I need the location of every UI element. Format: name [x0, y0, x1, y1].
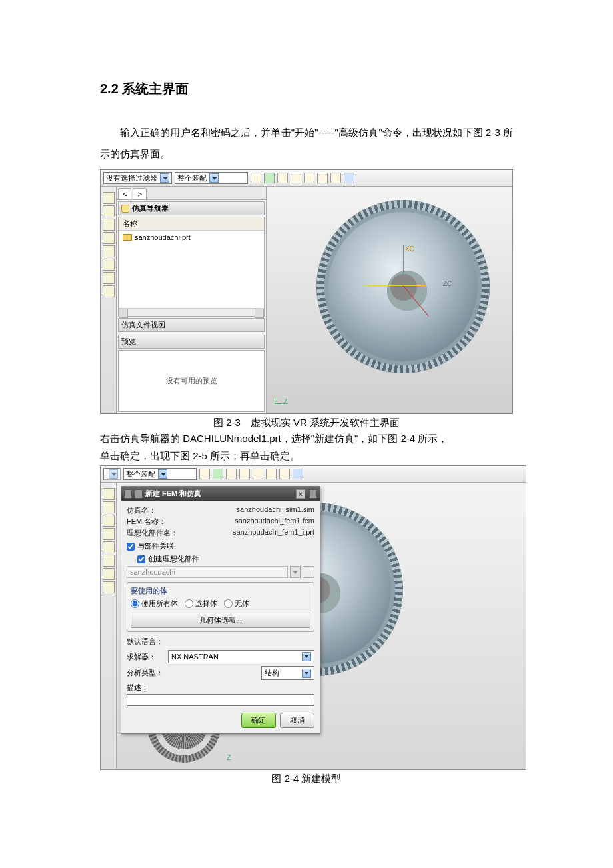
- tool-icon[interactable]: [103, 501, 115, 513]
- shape-icon[interactable]: [304, 173, 314, 183]
- undo-icon[interactable]: [277, 173, 288, 183]
- refresh-icon[interactable]: [199, 469, 210, 479]
- cancel-button[interactable]: 取消: [280, 713, 314, 728]
- filter-combo-text: 没有选择过滤器: [106, 173, 157, 183]
- undo-icon[interactable]: [226, 469, 237, 479]
- preview-header[interactable]: 预览: [118, 335, 265, 349]
- dropdown-icon: [302, 669, 311, 678]
- tool-icon[interactable]: [103, 581, 115, 593]
- section-heading: 2.2 系统主界面: [100, 80, 513, 98]
- dialog-content: 仿真名：sanzhoudachi_sim1.sim FEM 名称：sanzhou…: [121, 501, 320, 733]
- forward-icon[interactable]: [135, 489, 143, 499]
- assoc-part-label: 与部件关联: [137, 541, 174, 551]
- navigator-tree: 名称 sanzhoudachi.prt: [118, 217, 265, 317]
- redo-icon[interactable]: [291, 173, 301, 183]
- sim-navigator-header[interactable]: 仿真导航器: [118, 201, 265, 215]
- assembly-combo-text: 整个装配: [177, 173, 207, 183]
- back-icon[interactable]: [124, 489, 132, 499]
- shape2-icon[interactable]: [266, 469, 277, 479]
- solver-label: 求解器：: [127, 652, 164, 662]
- tool-icon[interactable]: [103, 205, 115, 217]
- layout-icon[interactable]: [330, 173, 341, 183]
- add-icon[interactable]: [264, 173, 275, 183]
- new-fem-sim-dialog: 新建 FEM 和仿真 × 仿真名：sanzhoudachi_sim1.sim F…: [121, 486, 320, 734]
- create-ideal-checkbox[interactable]: 创建理想化部件: [137, 554, 314, 564]
- shape-icon[interactable]: [253, 469, 263, 479]
- tool-icon[interactable]: [103, 285, 115, 297]
- dialog-titlebar[interactable]: 新建 FEM 和仿真 ×: [121, 487, 320, 501]
- shape2-icon[interactable]: [317, 173, 328, 183]
- add-icon[interactable]: [213, 469, 223, 479]
- figure-2-4-caption: 图 2-4 新建模型: [100, 773, 513, 785]
- create-ideal-label: 创建理想化部件: [148, 554, 199, 564]
- tool-icon[interactable]: [103, 555, 115, 567]
- solver-select[interactable]: NX NASTRAN: [168, 650, 314, 663]
- render-icon[interactable]: [293, 469, 303, 479]
- top-toolbar: 整个装配: [101, 466, 526, 483]
- analysis-type-select[interactable]: 结构: [261, 666, 314, 680]
- body-group-title: 要使用的体: [131, 586, 310, 596]
- axis-z-label: Z: [275, 397, 288, 405]
- sim-name-label: 仿真名：: [127, 505, 156, 515]
- part-name-value: sanzhoudachi: [127, 566, 288, 578]
- radio-no-bodies[interactable]: 无体: [224, 599, 249, 609]
- filter-combo[interactable]: 没有选择过滤器: [103, 172, 172, 184]
- assembly-combo[interactable]: 整个装配: [175, 172, 248, 184]
- axis-xc-label: XC: [405, 245, 414, 253]
- 3d-viewport[interactable]: ZC XC Z: [267, 187, 512, 413]
- pin-icon: [121, 205, 129, 213]
- paragraph-2-line1: 右击仿真导航器的 DACHILUNmodel1.prt，选择"新建仿真"，如下图…: [100, 431, 513, 447]
- description-input[interactable]: [127, 694, 314, 706]
- vertical-toolbar: [101, 483, 117, 769]
- next-icon[interactable]: [309, 489, 317, 499]
- paragraph-2-line2: 单击确定，出现下图 2-5 所示；再单击确定。: [100, 448, 513, 464]
- column-header-name[interactable]: 名称: [119, 217, 264, 231]
- redo-icon[interactable]: [239, 469, 250, 479]
- ok-button[interactable]: 确定: [241, 713, 276, 728]
- tool-icon[interactable]: [103, 245, 115, 257]
- fem-name-label: FEM 名称：: [127, 517, 166, 527]
- dropdown-icon: [290, 566, 301, 578]
- horizontal-scrollbar[interactable]: [119, 308, 264, 316]
- ideal-name-label: 理想化部件名：: [127, 528, 178, 538]
- sim-fileview-header[interactable]: 仿真文件视图: [118, 318, 265, 332]
- layout-icon[interactable]: [279, 469, 290, 479]
- tool-icon[interactable]: [103, 272, 115, 284]
- analysis-type-label: 分析类型：: [127, 668, 164, 678]
- assoc-part-checkbox[interactable]: 与部件关联: [127, 541, 314, 551]
- tree-item-part[interactable]: sanzhoudachi.prt: [119, 231, 264, 244]
- dropdown-icon: [109, 469, 118, 479]
- sim-navigator-title: 仿真导航器: [132, 203, 169, 213]
- browse-icon: [303, 566, 314, 578]
- tool-icon[interactable]: [103, 192, 115, 204]
- radio-select-bodies[interactable]: 选择体: [185, 599, 217, 609]
- tool-icon[interactable]: [103, 541, 115, 553]
- preview-empty-text: 没有可用的预览: [166, 376, 217, 386]
- tool-icon[interactable]: [103, 232, 115, 244]
- tool-icon[interactable]: [103, 259, 115, 271]
- tool-icon[interactable]: [103, 488, 115, 500]
- tool-icon[interactable]: [103, 219, 115, 231]
- filter-combo-disabled: [103, 468, 121, 480]
- prev-tab[interactable]: <: [118, 188, 131, 199]
- preview-box: 没有可用的预览: [118, 350, 265, 412]
- part-file-icon: [123, 234, 132, 241]
- figure-2-4-screenshot: 整个装配: [100, 465, 526, 770]
- radio-all-bodies[interactable]: 使用所有体: [131, 599, 178, 609]
- solver-value: NX NASTRAN: [171, 653, 219, 661]
- geometry-options-button[interactable]: 几何体选项...: [131, 613, 310, 628]
- vertical-toolbar: [101, 187, 117, 413]
- sim-fileview-title: 仿真文件视图: [121, 320, 165, 330]
- render-icon[interactable]: [344, 173, 354, 183]
- sim-name-value: sanzhoudachi_sim1.sim: [237, 505, 314, 515]
- tool-icon[interactable]: [103, 528, 115, 540]
- refresh-icon[interactable]: [251, 173, 261, 183]
- description-label: 描述：: [127, 683, 149, 691]
- tool-icon[interactable]: [103, 568, 115, 580]
- close-icon[interactable]: ×: [296, 489, 305, 499]
- next-tab[interactable]: >: [133, 188, 146, 199]
- assembly-combo[interactable]: 整个装配: [123, 468, 197, 480]
- preview-title: 预览: [121, 337, 136, 347]
- tool-icon[interactable]: [103, 515, 115, 527]
- axis-x-icon: [366, 285, 426, 286]
